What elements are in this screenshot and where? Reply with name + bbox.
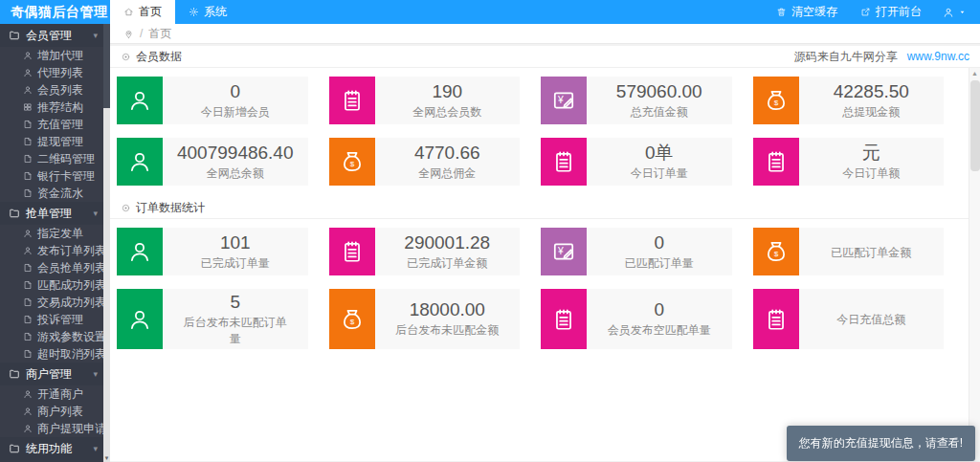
file-icon [23, 154, 33, 164]
source-note: 源码来自九牛网分享 [794, 49, 898, 65]
stat-card: $18000.00后台发布未匹配金额 [329, 289, 521, 349]
moneybag-icon: $ [764, 88, 789, 113]
clipboard-icon-block [329, 77, 375, 124]
stat-value: 元 [862, 143, 880, 164]
stat-label: 后台发布未匹配金额 [395, 322, 499, 339]
sidebar-section-common-functions[interactable]: 统用功能▾ [0, 437, 103, 460]
stat-label: 后台发布未匹配订单量 [180, 315, 291, 347]
svg-text:$: $ [773, 250, 778, 258]
moneybag-icon: $ [340, 149, 365, 174]
sidebar-item-label: 超时取消列表 [37, 346, 106, 363]
external-link-icon [860, 7, 871, 17]
stat-label: 已完成订单量 [201, 255, 270, 272]
user-icon [23, 68, 33, 77]
clear-cache-button[interactable]: 清空缓存 [765, 0, 849, 24]
sidebar-item[interactable]: 充值管理 [0, 116, 103, 133]
folder-icon [9, 368, 20, 380]
stat-label: 今日新增会员 [201, 104, 270, 121]
sidebar-item[interactable]: 匹配成功列表 [0, 276, 103, 294]
stat-card: ¥0已匹配订单量 [541, 228, 732, 275]
file-icon [23, 332, 33, 341]
source-link[interactable]: www.9nw.cc [907, 50, 969, 63]
recharge-icon-block: ¥ [541, 228, 587, 275]
sidebar-item[interactable]: 会员列表 [0, 81, 103, 99]
stat-label: 全网总会员数 [412, 104, 481, 121]
tab-system[interactable]: 系统 [175, 0, 240, 24]
clipboard-icon-block [753, 138, 799, 186]
notification-toast[interactable]: 您有新的充值提现信息，请查看! [787, 426, 975, 461]
sidebar-item[interactable]: 超时取消列表 [0, 345, 103, 363]
sidebar-item[interactable]: 资金流水 [0, 185, 103, 202]
moneybag-icon-block: $ [753, 228, 799, 275]
user-icon [23, 246, 33, 255]
user-icon [127, 239, 152, 264]
sidebar-item[interactable]: 交易成功列表 [0, 294, 103, 311]
sidebar-item[interactable]: 指定发单 [0, 225, 103, 242]
sidebar-nav: 会员管理▾增加代理代理列表会员列表推荐结构充值管理提现管理二维码管理银行卡管理资… [0, 24, 103, 462]
sidebar-item[interactable]: 二维码管理 [0, 150, 103, 167]
pin-icon [123, 29, 134, 39]
stat-card-body: 290001.28已完成订单金额 [375, 228, 521, 275]
sidebar-item[interactable]: 商户列表 [0, 403, 103, 420]
stat-card-body: 4770.66全网总佣金 [375, 138, 521, 186]
stat-cards-grid: 101已完成订单量290001.28已完成订单金额¥0已匹配订单量$已匹配订单金… [110, 219, 980, 361]
stat-card: $4770.66全网总佣金 [329, 138, 521, 186]
stat-card: $42285.50总提现金额 [753, 77, 945, 124]
main-scrollbar-thumb[interactable] [970, 80, 980, 171]
gear-icon [189, 7, 199, 17]
stat-value: 101 [220, 232, 251, 253]
sidebar-item[interactable]: 提现管理 [0, 133, 103, 150]
stat-label: 今日订单量 [631, 165, 688, 182]
stat-cards-grid: 0今日新增会员190全网总会员数¥579060.00总充值金额$42285.50… [110, 68, 980, 197]
stat-value: 5 [230, 292, 240, 313]
open-frontend-button[interactable]: 打开前台 [849, 0, 933, 24]
sidebar-item[interactable]: 推荐结构 [0, 99, 103, 116]
sidebar-item[interactable]: 增加代理 [0, 47, 103, 64]
tab-home[interactable]: 首页 [110, 0, 175, 24]
caret-down-icon [958, 8, 967, 16]
stat-card-body: 101已完成订单量 [163, 228, 308, 275]
scroll-up-arrow[interactable]: ▲ [969, 68, 980, 79]
user-icon-block [117, 77, 163, 124]
moneybag-icon-block: $ [329, 289, 375, 349]
stat-value: 4770.66 [414, 143, 480, 164]
main-scrollbar[interactable]: ▲ [969, 68, 980, 461]
sidebar-item[interactable]: 银行卡管理 [0, 167, 103, 185]
stat-card: 400799486.40全网总余额 [117, 138, 308, 186]
sidebar-section-member-management[interactable]: 会员管理▾ [0, 24, 103, 47]
stat-label: 会员发布空匹配单量 [608, 322, 711, 339]
stat-card-body: 0今日新增会员 [163, 77, 308, 124]
user-menu-button[interactable] [933, 0, 980, 24]
sidebar-section-merchant-management[interactable]: 商户管理▾ [0, 363, 103, 385]
file-icon [23, 297, 33, 307]
stat-value: 0单 [645, 143, 674, 164]
sidebar-item[interactable]: 会员抢单列表 [0, 259, 103, 276]
recharge-icon: ¥ [551, 239, 576, 264]
sidebar-scroll-down-arrow[interactable]: ▼ [103, 454, 110, 462]
recharge-icon: ¥ [551, 88, 576, 113]
stat-label: 全网总余额 [207, 165, 264, 182]
user-icon [23, 424, 33, 433]
folder-icon [9, 443, 20, 454]
sidebar-item[interactable]: 商户提现申请 [0, 420, 103, 437]
user-icon-block [117, 289, 163, 349]
stat-value: 190 [432, 81, 462, 102]
clipboard-icon-block [541, 138, 587, 186]
sidebar-item[interactable]: 开通商户 [0, 385, 103, 403]
sidebar-item[interactable]: 代理列表 [0, 64, 103, 81]
stat-label: 已匹配订单量 [625, 255, 694, 272]
sidebar-item[interactable]: 游戏参数设置 [0, 328, 103, 345]
chevron-down-icon: ▾ [93, 31, 98, 40]
sidebar-item-label: 代理列表 [37, 65, 83, 81]
sidebar-item-label: 会员抢单列表 [37, 260, 106, 276]
stat-label: 总提现金额 [842, 104, 900, 121]
sidebar-scrollbar-thumb[interactable] [103, 24, 110, 108]
stat-card-body: 元今日订单额 [799, 138, 945, 186]
sidebar-item[interactable]: 发布订单列表 [0, 242, 103, 259]
sidebar-scrollbar[interactable]: ▼ [103, 24, 110, 462]
sidebar-item-label: 银行卡管理 [37, 168, 95, 185]
chevron-down-icon: ▾ [93, 444, 98, 453]
sidebar-item[interactable]: 投诉管理 [0, 311, 103, 328]
stat-label: 今日订单额 [842, 165, 900, 182]
sidebar-section-grab-order-management[interactable]: 抢单管理▾ [0, 202, 103, 225]
